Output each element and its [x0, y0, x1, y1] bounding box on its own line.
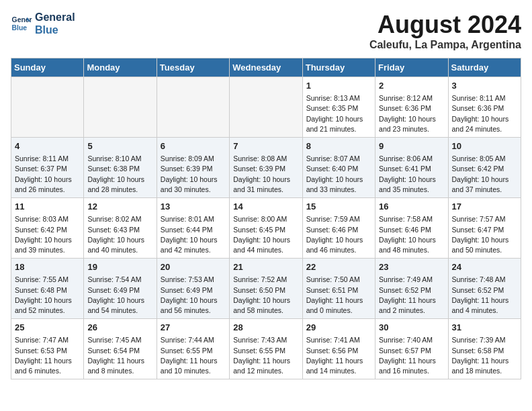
day-number: 16: [379, 201, 444, 213]
weekday-header-saturday: Saturday: [448, 58, 521, 77]
day-number: 22: [306, 261, 371, 273]
day-info: Sunrise: 7:59 AM Sunset: 6:46 PM Dayligh…: [306, 214, 371, 255]
calendar-cell: 22Sunrise: 7:50 AM Sunset: 6:51 PM Dayli…: [302, 259, 375, 319]
day-number: 20: [161, 261, 226, 273]
calendar-cell: 4Sunrise: 8:11 AM Sunset: 6:37 PM Daylig…: [11, 138, 84, 198]
calendar-cell: 2Sunrise: 8:12 AM Sunset: 6:36 PM Daylig…: [375, 77, 448, 138]
day-number: 7: [233, 140, 298, 152]
logo-text-general: General: [35, 11, 75, 24]
day-number: 18: [15, 261, 80, 273]
day-number: 2: [379, 80, 444, 92]
day-info: Sunrise: 8:11 AM Sunset: 6:37 PM Dayligh…: [15, 154, 80, 195]
logo-icon: General Blue: [11, 13, 32, 34]
main-title: August 2024: [369, 11, 521, 39]
day-number: 26: [87, 322, 152, 334]
calendar-cell: 16Sunrise: 7:58 AM Sunset: 6:46 PM Dayli…: [375, 198, 448, 259]
day-info: Sunrise: 7:52 AM Sunset: 6:50 PM Dayligh…: [233, 275, 298, 316]
day-number: 4: [15, 140, 80, 152]
day-info: Sunrise: 8:02 AM Sunset: 6:43 PM Dayligh…: [87, 214, 152, 255]
weekday-header-wednesday: Wednesday: [230, 58, 302, 77]
day-info: Sunrise: 7:39 AM Sunset: 6:58 PM Dayligh…: [452, 335, 517, 376]
day-info: Sunrise: 7:40 AM Sunset: 6:57 PM Dayligh…: [379, 335, 444, 376]
calendar-cell: 9Sunrise: 8:06 AM Sunset: 6:41 PM Daylig…: [375, 138, 448, 198]
day-info: Sunrise: 8:00 AM Sunset: 6:45 PM Dayligh…: [233, 214, 298, 255]
day-number: 1: [306, 80, 371, 92]
day-info: Sunrise: 8:05 AM Sunset: 6:42 PM Dayligh…: [452, 154, 517, 195]
calendar-cell: 23Sunrise: 7:49 AM Sunset: 6:52 PM Dayli…: [375, 259, 448, 319]
day-info: Sunrise: 7:43 AM Sunset: 6:55 PM Dayligh…: [233, 335, 298, 376]
day-info: Sunrise: 7:55 AM Sunset: 6:48 PM Dayligh…: [15, 275, 80, 316]
calendar-cell: 6Sunrise: 8:09 AM Sunset: 6:39 PM Daylig…: [157, 138, 229, 198]
weekday-header-monday: Monday: [84, 58, 157, 77]
day-number: 24: [452, 261, 517, 273]
day-number: 23: [379, 261, 444, 273]
day-info: Sunrise: 7:44 AM Sunset: 6:55 PM Dayligh…: [161, 335, 226, 376]
calendar-cell: 27Sunrise: 7:44 AM Sunset: 6:55 PM Dayli…: [157, 319, 229, 379]
day-number: 21: [233, 261, 298, 273]
calendar-cell: 5Sunrise: 8:10 AM Sunset: 6:38 PM Daylig…: [84, 138, 157, 198]
day-info: Sunrise: 7:47 AM Sunset: 6:53 PM Dayligh…: [15, 335, 80, 376]
day-info: Sunrise: 7:53 AM Sunset: 6:49 PM Dayligh…: [161, 275, 226, 316]
calendar-cell: 15Sunrise: 7:59 AM Sunset: 6:46 PM Dayli…: [302, 198, 375, 259]
day-info: Sunrise: 8:01 AM Sunset: 6:44 PM Dayligh…: [161, 214, 226, 255]
day-number: 9: [379, 140, 444, 152]
day-number: 30: [379, 322, 444, 334]
calendar-cell: 12Sunrise: 8:02 AM Sunset: 6:43 PM Dayli…: [84, 198, 157, 259]
day-info: Sunrise: 8:11 AM Sunset: 6:36 PM Dayligh…: [452, 93, 517, 134]
day-number: 11: [15, 201, 80, 213]
calendar-cell: 26Sunrise: 7:45 AM Sunset: 6:54 PM Dayli…: [84, 319, 157, 379]
day-info: Sunrise: 8:12 AM Sunset: 6:36 PM Dayligh…: [379, 93, 444, 134]
calendar-cell: 14Sunrise: 8:00 AM Sunset: 6:45 PM Dayli…: [230, 198, 302, 259]
calendar-cell: 10Sunrise: 8:05 AM Sunset: 6:42 PM Dayli…: [448, 138, 521, 198]
day-number: 29: [306, 322, 371, 334]
day-number: 6: [161, 140, 226, 152]
day-info: Sunrise: 8:13 AM Sunset: 6:35 PM Dayligh…: [306, 93, 371, 134]
calendar-cell: 24Sunrise: 7:48 AM Sunset: 6:52 PM Dayli…: [448, 259, 521, 319]
day-number: 19: [87, 261, 152, 273]
day-info: Sunrise: 7:48 AM Sunset: 6:52 PM Dayligh…: [452, 275, 517, 316]
weekday-header-thursday: Thursday: [302, 58, 375, 77]
day-info: Sunrise: 7:41 AM Sunset: 6:56 PM Dayligh…: [306, 335, 371, 376]
calendar-header-row: SundayMondayTuesdayWednesdayThursdayFrid…: [11, 58, 521, 77]
calendar-week-row: 18Sunrise: 7:55 AM Sunset: 6:48 PM Dayli…: [11, 259, 521, 319]
svg-text:Blue: Blue: [12, 24, 28, 32]
logo: General Blue General Blue: [11, 11, 75, 36]
day-info: Sunrise: 7:54 AM Sunset: 6:49 PM Dayligh…: [87, 275, 152, 316]
calendar-cell: 3Sunrise: 8:11 AM Sunset: 6:36 PM Daylig…: [448, 77, 521, 138]
calendar-cell: 13Sunrise: 8:01 AM Sunset: 6:44 PM Dayli…: [157, 198, 229, 259]
day-info: Sunrise: 8:09 AM Sunset: 6:39 PM Dayligh…: [161, 154, 226, 195]
day-info: Sunrise: 7:58 AM Sunset: 6:46 PM Dayligh…: [379, 214, 444, 255]
day-info: Sunrise: 7:49 AM Sunset: 6:52 PM Dayligh…: [379, 275, 444, 316]
day-number: 8: [306, 140, 371, 152]
calendar-cell: 29Sunrise: 7:41 AM Sunset: 6:56 PM Dayli…: [302, 319, 375, 379]
day-info: Sunrise: 8:03 AM Sunset: 6:42 PM Dayligh…: [15, 214, 80, 255]
calendar-cell: 17Sunrise: 7:57 AM Sunset: 6:47 PM Dayli…: [448, 198, 521, 259]
calendar-cell: 1Sunrise: 8:13 AM Sunset: 6:35 PM Daylig…: [302, 77, 375, 138]
calendar-cell: 20Sunrise: 7:53 AM Sunset: 6:49 PM Dayli…: [157, 259, 229, 319]
day-number: 3: [452, 80, 517, 92]
calendar-cell: [84, 77, 157, 138]
day-info: Sunrise: 8:08 AM Sunset: 6:39 PM Dayligh…: [233, 154, 298, 195]
title-area: August 2024 Caleufu, La Pampa, Argentina: [369, 11, 521, 51]
weekday-header-friday: Friday: [375, 58, 448, 77]
day-info: Sunrise: 8:06 AM Sunset: 6:41 PM Dayligh…: [379, 154, 444, 195]
calendar-cell: 7Sunrise: 8:08 AM Sunset: 6:39 PM Daylig…: [230, 138, 302, 198]
day-info: Sunrise: 7:57 AM Sunset: 6:47 PM Dayligh…: [452, 214, 517, 255]
calendar-week-row: 1Sunrise: 8:13 AM Sunset: 6:35 PM Daylig…: [11, 77, 521, 138]
calendar-week-row: 25Sunrise: 7:47 AM Sunset: 6:53 PM Dayli…: [11, 319, 521, 379]
calendar-cell: 31Sunrise: 7:39 AM Sunset: 6:58 PM Dayli…: [448, 319, 521, 379]
calendar-cell: 8Sunrise: 8:07 AM Sunset: 6:40 PM Daylig…: [302, 138, 375, 198]
calendar-cell: 30Sunrise: 7:40 AM Sunset: 6:57 PM Dayli…: [375, 319, 448, 379]
calendar-week-row: 11Sunrise: 8:03 AM Sunset: 6:42 PM Dayli…: [11, 198, 521, 259]
header: General Blue General Blue August 2024 Ca…: [11, 11, 521, 51]
logo-text-blue: Blue: [35, 24, 75, 36]
calendar-cell: 19Sunrise: 7:54 AM Sunset: 6:49 PM Dayli…: [84, 259, 157, 319]
day-info: Sunrise: 8:10 AM Sunset: 6:38 PM Dayligh…: [87, 154, 152, 195]
calendar-cell: 25Sunrise: 7:47 AM Sunset: 6:53 PM Dayli…: [11, 319, 84, 379]
day-number: 13: [161, 201, 226, 213]
day-number: 25: [15, 322, 80, 334]
calendar-cell: 18Sunrise: 7:55 AM Sunset: 6:48 PM Dayli…: [11, 259, 84, 319]
calendar-cell: [157, 77, 229, 138]
subtitle: Caleufu, La Pampa, Argentina: [369, 39, 521, 51]
calendar-cell: 28Sunrise: 7:43 AM Sunset: 6:55 PM Dayli…: [230, 319, 302, 379]
